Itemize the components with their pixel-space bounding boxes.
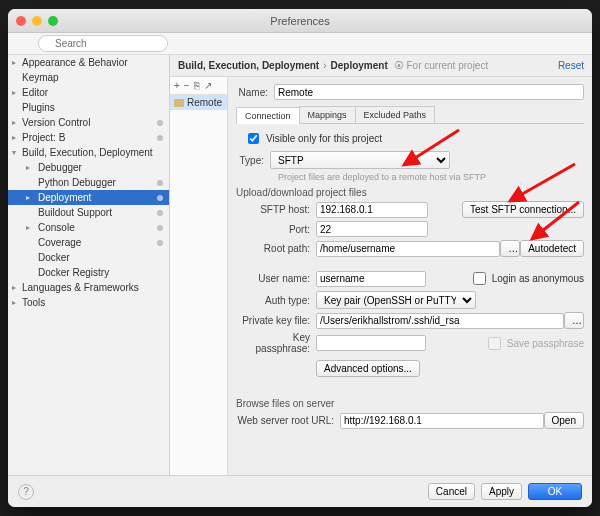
scope-hint: ⦿ For current project [394,60,488,71]
sidebar-item-label: Docker [38,252,70,263]
sidebar-item-languages[interactable]: ▸Languages & Frameworks [8,280,169,295]
server-list: + − ⎘ ↗ Remote [170,77,228,475]
cancel-button[interactable]: Cancel [428,483,475,500]
tab-excluded[interactable]: Excluded Paths [355,106,436,123]
reset-link[interactable]: Reset [558,60,584,71]
sidebar-item-coverage[interactable]: Coverage [8,235,169,250]
type-label: Type: [236,155,270,166]
tab-connection[interactable]: Connection [236,107,300,124]
scope-hint-text: For current project [407,60,489,71]
autodetect-button[interactable]: Autodetect [520,240,584,257]
root-path-browse-button[interactable]: … [500,240,520,257]
sidebar-item-editor[interactable]: ▸Editor [8,85,169,100]
sidebar-item-label: Python Debugger [38,177,116,188]
add-server-icon[interactable]: + [174,80,180,91]
sidebar-item-console[interactable]: ▸Console [8,220,169,235]
chevron-right-icon: › [323,60,326,71]
deployment-form: Name: Connection Mappings Excluded Paths… [228,77,592,475]
sidebar-item-label: Build, Execution, Deployment [22,147,153,158]
passphrase-field[interactable] [316,335,426,351]
anonymous-checkbox[interactable] [473,272,486,285]
sidebar-item-buildout[interactable]: Buildout Support [8,205,169,220]
private-key-field[interactable] [316,313,564,329]
sidebar-item-python-debugger[interactable]: Python Debugger [8,175,169,190]
search-input[interactable] [38,35,168,52]
apply-button[interactable]: Apply [481,483,522,500]
tab-mappings[interactable]: Mappings [299,106,356,123]
chevron-right-icon: ▸ [12,298,16,307]
folder-icon [174,99,184,107]
breadcrumb: Build, Execution, Deployment › Deploymen… [170,55,592,77]
scope-dot-icon [157,120,163,126]
sidebar-item-docker[interactable]: Docker [8,250,169,265]
sidebar-item-project[interactable]: ▸Project: B [8,130,169,145]
scope-dot-icon [157,195,163,201]
chevron-right-icon: ▸ [12,88,16,97]
footer: ? Cancel Apply OK [8,475,592,507]
visible-only-checkbox[interactable] [248,133,259,144]
root-path-label: Root path: [236,243,316,254]
sidebar-item-label: Buildout Support [38,207,112,218]
sidebar-item-deployment[interactable]: ▸Deployment [8,190,169,205]
sidebar-item-label: Coverage [38,237,81,248]
help-icon[interactable]: ? [18,484,34,500]
sidebar-item-label: Languages & Frameworks [22,282,139,293]
test-connection-button[interactable]: Test SFTP connection... [462,201,584,218]
chevron-right-icon: ▸ [26,163,30,172]
scope-dot-icon [157,180,163,186]
sidebar-item-appearance[interactable]: ▸Appearance & Behavior [8,55,169,70]
sidebar-item-label: Console [38,222,75,233]
web-url-label: Web server root URL: [236,415,340,426]
scope-dot-icon [157,210,163,216]
chevron-right-icon: ▸ [26,193,30,202]
sidebar-item-label: Docker Registry [38,267,109,278]
search-bar: 🔍 [8,33,592,55]
ok-button[interactable]: OK [528,483,582,500]
web-url-field[interactable] [340,413,544,429]
content-pane: Build, Execution, Deployment › Deploymen… [170,55,592,475]
type-hint: Project files are deployed to a remote h… [278,172,584,182]
sidebar-item-plugins[interactable]: Plugins [8,100,169,115]
auth-type-select[interactable]: Key pair (OpenSSH or PuTTY) [316,291,476,309]
sidebar-item-keymap[interactable]: Keymap [8,70,169,85]
chevron-right-icon: ▸ [12,118,16,127]
name-field[interactable] [274,84,584,100]
server-toolbar: + − ⎘ ↗ [170,77,227,95]
sidebar-item-label: Deployment [38,192,91,203]
breadcrumb-1: Build, Execution, Deployment [178,60,319,71]
advanced-options-button[interactable]: Advanced options... [316,360,420,377]
sidebar-item-label: Keymap [22,72,59,83]
root-path-field[interactable] [316,241,500,257]
section-upload: Upload/download project files [236,187,584,198]
sidebar-item-vcs[interactable]: ▸Version Control [8,115,169,130]
remove-server-icon[interactable]: − [184,80,190,91]
sftp-host-field[interactable] [316,202,428,218]
username-label: User name: [236,273,316,284]
sidebar-item-label: Tools [22,297,45,308]
sidebar-item-debugger[interactable]: ▸Debugger [8,160,169,175]
name-label: Name: [236,87,274,98]
chevron-right-icon: ▸ [12,58,16,67]
sidebar-item-build[interactable]: ▾Build, Execution, Deployment [8,145,169,160]
server-item[interactable]: Remote [170,95,227,110]
tabs: Connection Mappings Excluded Paths [236,106,584,124]
auth-type-label: Auth type: [236,295,316,306]
sidebar-item-docker-registry[interactable]: Docker Registry [8,265,169,280]
scope-dot-icon [157,135,163,141]
save-passphrase-checkbox[interactable] [488,337,501,350]
server-name: Remote [187,97,222,108]
sidebar-item-tools[interactable]: ▸Tools [8,295,169,310]
private-key-browse-button[interactable]: … [564,312,584,329]
default-server-icon[interactable]: ↗ [204,80,212,91]
chevron-right-icon: ▸ [26,223,30,232]
sidebar-item-label: Debugger [38,162,82,173]
save-passphrase-label: Save passphrase [507,338,584,349]
port-field[interactable] [316,221,428,237]
copy-server-icon[interactable]: ⎘ [194,80,200,91]
open-button[interactable]: Open [544,412,584,429]
breadcrumb-2: Deployment [330,60,387,71]
sidebar-item-label: Version Control [22,117,90,128]
type-select[interactable]: SFTP [270,151,450,169]
passphrase-label: Key passphrase: [236,332,316,354]
username-field[interactable] [316,271,426,287]
